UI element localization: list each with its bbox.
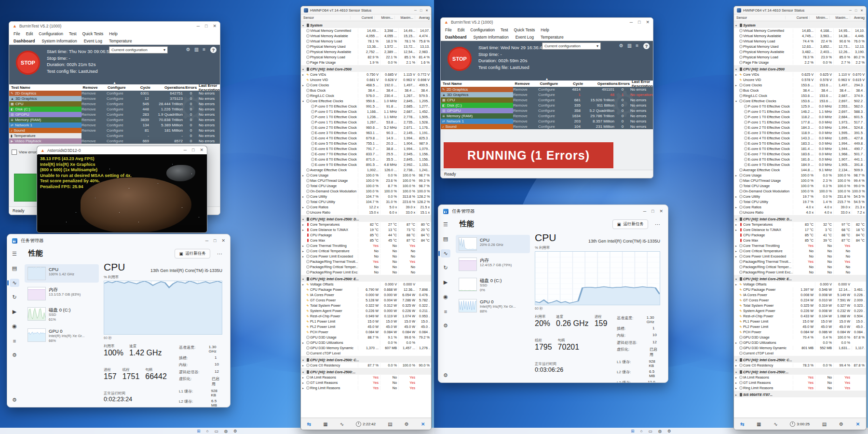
column-header[interactable]: Cycle <box>134 85 150 90</box>
browser-icon[interactable]: ◍ <box>658 429 662 434</box>
sensor-section[interactable]: ▾CPU [#0]: Intel Core-2500: E... <box>301 275 431 282</box>
test-row[interactable]: ≣Memory (RAM)RemoveConfigure163429.786 T… <box>441 113 653 119</box>
title-bar[interactable]: 任务管理器 ─□✕ <box>7 234 230 247</box>
test-row[interactable]: ▶Video PlaybackRemoveConfigure66985720No… <box>9 138 220 144</box>
sensor-column[interactable]: Current <box>785 16 809 19</box>
test-row[interactable]: ◧Disk (C:)RemoveConfigure4481.226 Trilli… <box>9 107 220 112</box>
test-row[interactable]: ▥GPGPURemoveConfigure2831.9 Quadrillion0… <box>9 112 220 117</box>
sensor-section[interactable]: ▾CPU [#0]: Intel Core-2500 <box>301 65 431 72</box>
sensor-row[interactable]: Physical Memory Load82.9 %22.1 %85.1 %81… <box>301 54 431 60</box>
monitor-icon[interactable]: ▦ <box>323 421 327 427</box>
task-manager-window-left[interactable]: 任务管理器 ─□✕ ☰ ▤ ∿ ↻ ▶ ◉ ≡ ⚙ ⚙ 性能 ▣运行新任务 ⋯ … <box>7 234 231 407</box>
column-header[interactable]: Operations <box>583 81 618 86</box>
column-header[interactable]: Test Name <box>9 85 82 90</box>
sensor-row[interactable]: Total CPU Usage100.0 %0.3 %100.0 %99.0 % <box>734 183 866 189</box>
run-new-task-button[interactable]: ▣运行新任务 <box>175 249 210 258</box>
menu-item[interactable]: Help <box>541 27 549 32</box>
swap-columns-icon[interactable]: ⇆ <box>307 421 311 427</box>
hamburger-icon[interactable]: ☰ <box>10 250 19 258</box>
sensor-row[interactable]: Virtual Memory Load74.4 %22.4 %90.6 %76.… <box>734 39 866 44</box>
title-bar[interactable]: ▲ BurnInTest V5.2 (1000) ─□✕ <box>441 18 653 27</box>
maximize-icon[interactable]: □ <box>214 239 216 243</box>
title-bar[interactable]: 任务管理器 ─□✕ <box>438 205 668 217</box>
sensor-row[interactable]: ▸ϟVoltage Offsets0.000 V0.000 V <box>734 282 866 287</box>
menu-item[interactable]: Edit <box>26 31 33 36</box>
title-bar[interactable]: HWiNFO64 v7.14-4610 Sensor Status ─□✕ <box>734 6 866 14</box>
sensor-row[interactable]: ▸GPU D3D Utilizations0.0 %0.0 % <box>734 340 866 345</box>
sensor-row[interactable]: ϟRest-of-Chip Power0.433 W0.104 W1.068 W… <box>734 313 866 319</box>
report-icon[interactable]: ≡ <box>636 43 638 48</box>
task-manager-window-right[interactable]: 任务管理器 ─□✕ ☰ ▤ ∿ ↻ ▶ ◉ ≡ ⚙ ⚙ 性能 ▣运行新任务 ⋯ … <box>438 204 668 383</box>
gear-icon[interactable]: ⚙ <box>186 47 190 52</box>
perf-card-cpu[interactable]: CPU100% 1.42 GHz <box>25 264 99 283</box>
report-icon[interactable]: ▤ <box>822 421 827 427</box>
sensor-row[interactable]: Physical Memory Available3,482...2,403..… <box>734 49 866 54</box>
settings-gear-icon[interactable]: ⚙ <box>405 421 409 427</box>
sensor-section[interactable]: ▾CPU [#0]: Intel Core-2500 <box>734 65 866 72</box>
close-icon[interactable]: ✕ <box>856 421 860 427</box>
explorer-icon[interactable]: ▭ <box>649 429 652 434</box>
sensor-row[interactable]: E-core 7 T0 Effective Clock833.7 ...25.5… <box>301 151 431 157</box>
sensor-section[interactable]: ▾CPU [#0]: Intel Core-2500: C... <box>734 356 866 363</box>
sensor-row[interactable]: GPU D3D Usage88.7 %9.1 %99.6 %79.2 % <box>301 335 431 340</box>
sensor-section[interactable]: ▾CPU [#0]: Intel Core-2500: C... <box>301 356 431 363</box>
test-row[interactable]: ✎2D GraphicsRemoveConfigure48144911010No… <box>441 87 653 92</box>
minimize-icon[interactable]: ─ <box>414 8 417 13</box>
stop-button[interactable]: STOP <box>16 51 40 75</box>
sensor-row[interactable]: Physical Memory Used12,63...3,852...12,7… <box>734 44 866 49</box>
sensor-row[interactable]: E-core 5 T0 Effective Clock755.1 ...20.3… <box>301 141 431 146</box>
app-history-icon[interactable]: ↻ <box>441 264 450 272</box>
sensor-row[interactable]: Package/Ring Thermal Thrott...YesNoYes <box>301 259 431 264</box>
sensor-row[interactable]: ▾Core Effective Clocks153.6 ...153.6 ...… <box>734 98 866 104</box>
settings-gear-icon[interactable]: ⚙ <box>839 421 843 427</box>
sensor-row[interactable]: Bus Clock38.4 ...38.4 ...38.4 ...38.4 . <box>301 88 431 93</box>
sensor-row[interactable]: E-core 6 T0 Effective Clock791.7 ...38.8… <box>301 146 431 151</box>
sensor-row[interactable]: Virtual Memory Load78.1 %18.3 %78.1 %75.… <box>301 39 431 44</box>
test-row[interactable]: ♪SoundRemoveConfigure81181 Million0No er… <box>9 128 220 133</box>
tab-temperature[interactable]: Temperature <box>541 35 564 40</box>
settings-gear-icon[interactable]: ⚙ <box>441 371 450 380</box>
test-row[interactable]: ✎2D GraphicsRemoveConfigure63016427510No… <box>9 91 220 96</box>
maximize-icon[interactable]: □ <box>638 20 640 25</box>
menu-item[interactable]: Configuration <box>470 27 495 32</box>
search-icon[interactable]: ○ <box>640 429 642 434</box>
maximize-icon[interactable]: □ <box>205 24 207 28</box>
sensor-row[interactable]: On-Demand Clock Modulation100.0 %100.0 %… <box>734 189 866 194</box>
menu-item[interactable]: Configuration <box>39 31 63 36</box>
browser-icon[interactable]: ◍ <box>224 429 228 434</box>
sensor-row[interactable]: P-core 1 T1 Effective Clock1,267...53.8 … <box>301 120 431 125</box>
hwinfo-window-right[interactable]: HWiNFO64 v7.14-4610 Sensor Status ─□✕ Se… <box>733 6 867 430</box>
sensor-column[interactable]: Maxim... <box>394 16 415 19</box>
startup-apps-icon[interactable]: ▶ <box>441 278 450 286</box>
swap-columns-icon[interactable]: ⇆ <box>740 421 744 427</box>
sensor-row[interactable]: E-core 6 T0 Effective Clock181.4 ...0.0 … <box>734 146 866 151</box>
sensor-section[interactable]: ▾CPU [#0]: Intel Core-2500: D... <box>734 215 866 222</box>
services-icon[interactable]: ⚙ <box>10 351 19 359</box>
sensor-column-header[interactable]: SensorCurrentMinim...Maxim...Averag <box>734 14 866 21</box>
report-icon[interactable]: ≡ <box>203 47 205 52</box>
gear-icon[interactable]: ⚙ <box>619 43 624 48</box>
close-icon[interactable]: ✕ <box>421 421 425 427</box>
hamburger-icon[interactable]: ☰ <box>441 220 450 229</box>
sensor-row[interactable]: P-core 1 T0 Effective Clock118.2 ...0.0 … <box>734 114 866 120</box>
settings-gear-icon[interactable]: ⚙ <box>667 429 671 434</box>
minimize-icon[interactable]: ─ <box>205 239 208 243</box>
sensor-row[interactable]: Average Effective Clock1,002...126.0 ...… <box>301 167 431 173</box>
sensor-column[interactable]: Minim... <box>809 16 829 19</box>
processes-icon[interactable]: ▤ <box>441 235 450 243</box>
sensor-row[interactable]: Ring/LLC Clock576.0 ...230.4 ...1,267...… <box>301 93 431 98</box>
sensor-row[interactable]: Package/Ring Thermal Thrott...YesNoYes <box>734 259 866 264</box>
sensor-row[interactable]: P-core 1 T1 Effective Clock177.8 ...0.0 … <box>734 120 866 125</box>
sensor-section[interactable]: ▾CPU [#0]: Intel Core-2500:... <box>301 368 431 375</box>
startup-apps-icon[interactable]: ▶ <box>10 308 19 316</box>
minimize-icon[interactable]: ─ <box>197 24 200 28</box>
sensor-row[interactable]: E-core 5 T0 Effective Clock183.3 ...0.0 … <box>734 141 866 146</box>
sensor-row[interactable]: E-core 3 T0 Effective Clock963.1 ...90.3… <box>301 130 431 136</box>
minimize-icon[interactable]: ─ <box>643 209 646 214</box>
monitor-icon[interactable]: ▦ <box>757 421 761 427</box>
sensor-row[interactable]: ▸IA Limit ReasonsYesNoYes <box>734 375 866 380</box>
settings-gear-icon[interactable]: ⚙ <box>10 396 19 404</box>
close-icon[interactable]: ✕ <box>646 20 650 25</box>
sensor-row[interactable]: Package/Ring Power Limit Exc...NoNoNo <box>301 270 431 275</box>
column-header[interactable]: Configure <box>108 85 134 90</box>
